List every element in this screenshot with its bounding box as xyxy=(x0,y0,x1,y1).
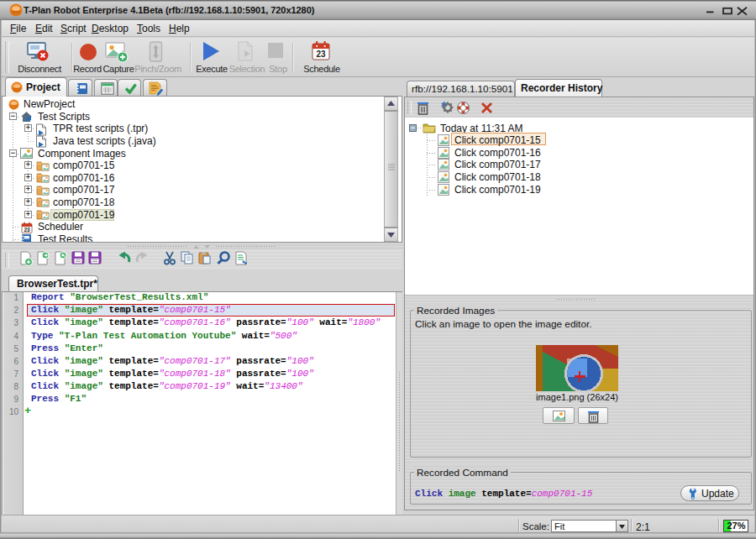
svg-text:23: 23 xyxy=(316,50,326,59)
